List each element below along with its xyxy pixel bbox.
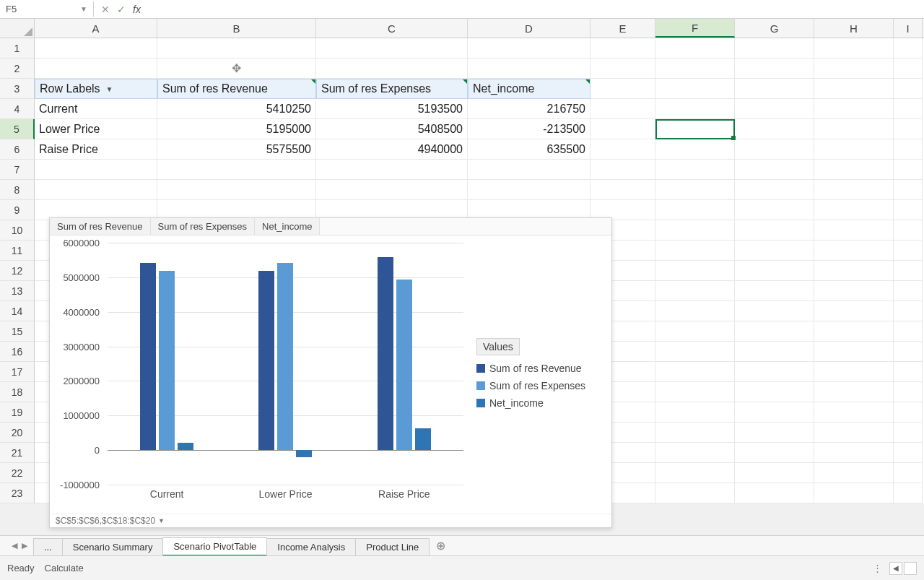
cell[interactable] [655, 423, 735, 443]
pivot-value[interactable]: 4940000 [316, 139, 468, 160]
cell[interactable] [735, 241, 814, 261]
cell[interactable] [735, 281, 814, 301]
cell[interactable] [814, 463, 894, 483]
cell[interactable] [894, 59, 923, 79]
legend-item[interactable]: Sum of res Expenses [476, 377, 606, 394]
col-header-F[interactable]: F [655, 19, 735, 38]
row-header[interactable]: 16 [0, 342, 35, 362]
cell[interactable] [735, 139, 814, 160]
pivot-col-header[interactable]: Net_income [468, 79, 590, 99]
cell[interactable] [814, 160, 894, 180]
pivot-value[interactable]: 5193500 [316, 99, 468, 119]
cell[interactable] [894, 342, 923, 362]
col-header-D[interactable]: D [468, 19, 590, 38]
cell[interactable] [655, 483, 735, 503]
cancel-icon[interactable]: ✕ [101, 4, 110, 15]
cell[interactable] [655, 281, 735, 301]
pivot-value[interactable]: 5408500 [316, 119, 468, 139]
cell[interactable] [655, 220, 735, 241]
col-header-E[interactable]: E [590, 19, 655, 38]
row-header[interactable]: 2 [0, 59, 35, 79]
cell[interactable] [735, 119, 814, 139]
row-header[interactable]: 10 [0, 220, 35, 241]
cell[interactable] [894, 38, 923, 59]
cell[interactable] [735, 180, 814, 200]
cell[interactable] [814, 119, 894, 139]
chart-axis-field-button[interactable]: $C$5:$C$6,$C$18:$C$20 ▼ [50, 514, 611, 527]
row-header[interactable]: 13 [0, 281, 35, 301]
cell[interactable] [735, 463, 814, 483]
cell[interactable] [814, 99, 894, 119]
cell[interactable] [894, 220, 923, 241]
cell[interactable] [735, 423, 814, 443]
row-header[interactable]: 17 [0, 362, 35, 382]
add-sheet-icon[interactable]: ⊕ [429, 539, 453, 553]
col-header-C[interactable]: C [316, 19, 468, 38]
scroll-track[interactable] [904, 562, 917, 575]
row-header[interactable]: 1 [0, 38, 35, 59]
sheet-tab[interactable]: Scenario Summary [62, 538, 164, 555]
cell[interactable] [814, 38, 894, 59]
cell[interactable] [590, 38, 655, 59]
legend-item[interactable]: Sum of res Revenue [476, 360, 606, 377]
cell[interactable] [468, 38, 590, 59]
pivot-value[interactable]: 5410250 [157, 99, 316, 119]
cell[interactable] [814, 382, 894, 402]
cell[interactable] [735, 483, 814, 503]
cell[interactable] [814, 402, 894, 423]
cell[interactable] [735, 443, 814, 463]
cell[interactable] [655, 463, 735, 483]
cell[interactable] [468, 59, 590, 79]
cell[interactable] [655, 301, 735, 321]
cell[interactable] [316, 38, 468, 59]
select-all-corner[interactable] [0, 19, 35, 38]
col-header-I[interactable]: I [894, 19, 923, 38]
row-header[interactable]: 18 [0, 382, 35, 402]
legend-title[interactable]: Values [476, 338, 520, 355]
row-header[interactable]: 20 [0, 423, 35, 443]
bar[interactable] [258, 271, 274, 451]
sheet-tab-active[interactable]: Scenario PivotTable [162, 537, 267, 556]
col-header-G[interactable]: G [735, 19, 814, 38]
bar[interactable] [277, 263, 293, 450]
row-header[interactable]: 11 [0, 241, 35, 261]
cell[interactable] [655, 382, 735, 402]
cell[interactable] [655, 402, 735, 423]
cell[interactable] [735, 200, 814, 220]
cell[interactable] [894, 483, 923, 503]
cell[interactable] [814, 321, 894, 342]
sheet-tab[interactable]: Income Analysis [266, 538, 356, 555]
cell[interactable] [894, 443, 923, 463]
cell[interactable] [590, 180, 655, 200]
cell[interactable] [735, 220, 814, 241]
cell[interactable] [735, 99, 814, 119]
bar[interactable] [378, 257, 393, 450]
cell[interactable] [814, 79, 894, 99]
cell[interactable] [814, 362, 894, 382]
plot-area[interactable]: 6000000 5000000 4000000 3000000 2000000 … [50, 235, 471, 514]
cell[interactable] [735, 382, 814, 402]
cell[interactable] [157, 160, 316, 180]
row-header[interactable]: 14 [0, 301, 35, 321]
tab-prev-icon[interactable]: ◀ [12, 541, 17, 550]
cell[interactable] [894, 119, 923, 139]
chart-field-button[interactable]: Sum of res Expenses [151, 218, 256, 235]
cell[interactable] [894, 261, 923, 281]
view-options-icon[interactable]: ⋮ [873, 563, 882, 573]
cell[interactable] [655, 200, 735, 220]
cell[interactable] [157, 180, 316, 200]
cell[interactable] [157, 38, 316, 59]
cell[interactable] [735, 79, 814, 99]
row-header[interactable]: 7 [0, 160, 35, 180]
col-header-B[interactable]: B [157, 19, 316, 38]
cell[interactable] [316, 180, 468, 200]
cell[interactable] [735, 59, 814, 79]
row-header[interactable]: 9 [0, 200, 35, 220]
pivot-row-label[interactable]: Current [35, 99, 157, 119]
bar[interactable] [140, 263, 156, 450]
cell[interactable] [590, 59, 655, 79]
col-header-A[interactable]: A [35, 19, 157, 38]
row-header[interactable]: 22 [0, 463, 35, 483]
cell[interactable] [814, 423, 894, 443]
row-header[interactable]: 23 [0, 483, 35, 503]
